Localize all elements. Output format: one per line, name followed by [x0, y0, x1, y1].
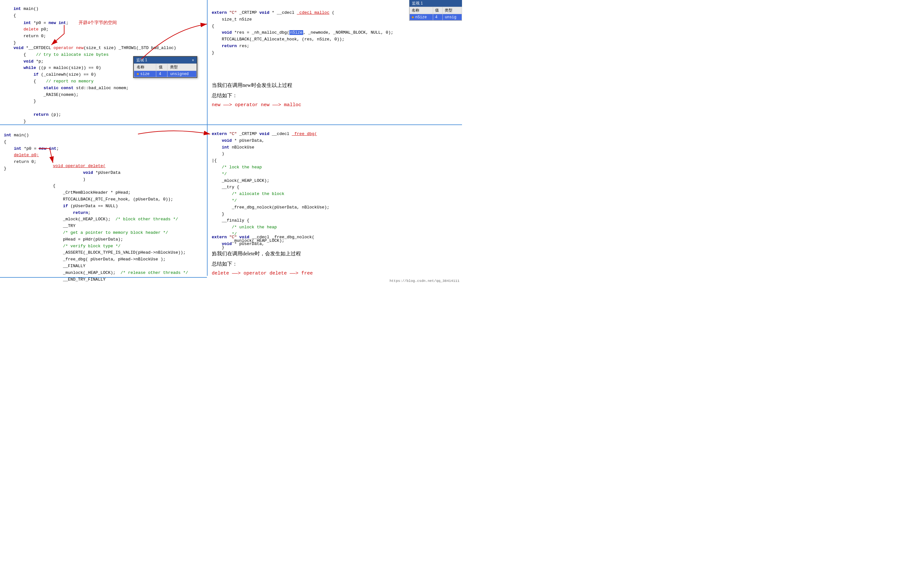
top-summary: 当我们在调用new时会发生以上过程 总结如下： new ——> operator…	[212, 80, 301, 108]
code-line: int nBlockUse	[212, 144, 329, 151]
col-name: 名称	[134, 64, 156, 71]
code-line: return res;	[212, 43, 393, 50]
watch-type: unsig	[443, 14, 462, 21]
code-line: /* verify block type */	[53, 243, 188, 250]
code-line: size_t nSize	[212, 16, 393, 23]
code-line: __try {	[212, 184, 329, 191]
code-line: { // report no memory	[14, 78, 176, 85]
watch-panel-top: 监视 1 名称 值 类型 ◆nSize 4 unsig	[409, 0, 462, 21]
top-vdivider	[207, 0, 207, 125]
top-section: int main() { int *p0 = new int; 开辟4个字节的空…	[0, 0, 462, 125]
url-bar: https://blog.csdn.net/qq_38414111	[387, 278, 462, 284]
code-line: _mlock(_HEAP_LOCK);	[212, 178, 329, 184]
watch-col-type: 类型	[443, 7, 462, 14]
summary-line1: 当我们在调用new时会发生以上过程	[212, 80, 301, 90]
code-line: */	[212, 171, 329, 178]
bottom-summary-text: 当我们在调用delete时，会发生如上过程 总结如下：	[212, 249, 313, 269]
code-line: _free_dbg_nolock(pUserData, nBlockUse);	[212, 204, 329, 211]
monitor-row: ◆size 4 unsigned	[134, 71, 197, 77]
code-line: RTCCALLBACK(_RTC_Free_hook, (pUserData, …	[53, 196, 188, 203]
code-line: static const std::bad_alloc nomem;	[14, 85, 176, 92]
code-line: {	[212, 23, 393, 30]
summary-line2: 总结如下：	[212, 90, 301, 101]
monitor-title-1: 监视 1 ×	[134, 57, 197, 63]
bottom-main-code: int main() { int *p0 = new int; delete p…	[4, 132, 59, 172]
code-line: void operator delete(	[53, 163, 188, 170]
code-line: __finally {	[212, 218, 329, 224]
monitor-name: ◆size	[134, 71, 156, 77]
code-line: extern "C" void __cdecl _free_dbg_nolock…	[212, 234, 314, 241]
code-line: void *__CRTDECL operator new(size_t size…	[14, 45, 176, 52]
code-line: return (p);	[14, 112, 176, 118]
code-line: /* lock the heap	[212, 164, 329, 171]
code-line: */	[212, 198, 329, 204]
code-line: }	[14, 118, 176, 125]
code-line: _ASSERTE(_BLOCK_TYPE_IS_VALID(pHead->nBl…	[53, 249, 188, 256]
col-type: 类型	[167, 64, 197, 71]
code-line: |{	[212, 158, 329, 164]
watch-col-value: 值	[433, 7, 443, 14]
code-line: {	[4, 139, 59, 146]
code-line: }	[212, 50, 393, 57]
operator-delete-code: void operator delete( void *pUserData ) …	[53, 163, 188, 283]
top-summary-flow: new ——> operator new ——> malloc	[212, 102, 301, 108]
code-line: extern "C" _CRTIMP void __cdecl _free_db…	[212, 131, 329, 138]
bottom-summary: 当我们在调用delete时，会发生如上过程 总结如下： delete ——> o…	[212, 249, 313, 276]
code-line: _free_dbg( pUserData, pHead->nBlockUse )…	[53, 256, 188, 263]
code-line: {	[53, 183, 188, 189]
code-line: /* unlock the heap	[212, 224, 329, 231]
code-line: RTCCALLBACK(_RTC_Allocate_hook, (res, nS…	[212, 36, 393, 43]
code-line: int *p0 = new int;	[4, 146, 59, 152]
code-line: _munlock(_HEAP_LOCK); /* release other t…	[53, 270, 188, 276]
free-dbg-nolock-code: extern "C" void __cdecl _free_dbg_nolock…	[212, 234, 314, 248]
code-line: void * pUserData,	[212, 241, 314, 248]
code-line: int main()	[14, 6, 117, 12]
code-line: int main()	[4, 132, 59, 139]
code-line: void * pUserData,	[212, 138, 329, 144]
monitor-value: 4	[156, 71, 167, 77]
code-line	[14, 105, 176, 112]
watch-col-name: 名称	[410, 7, 433, 14]
monitor-type: unsigned	[167, 71, 197, 77]
bottom-border-line	[0, 277, 207, 278]
code-line: int *p0 = new int; 开辟4个字节的空间	[14, 19, 117, 27]
monitor-table-1: 名称 值 类型 ◆size 4 unsigned	[134, 63, 197, 77]
code-line: }	[212, 211, 329, 218]
code-line: }	[14, 98, 176, 105]
code-line: __TRY	[53, 223, 188, 230]
watch-value: 4	[433, 14, 443, 21]
annotation-new: 开辟4个字节的空间	[79, 20, 117, 25]
top-summary-text: 当我们在调用new时会发生以上过程 总结如下：	[212, 80, 301, 101]
monitor-panel-1: 监视 1 × 名称 值 类型 ◆size 4 unsigned	[133, 56, 197, 78]
watch-name: ◆nSize	[410, 14, 433, 21]
code-line: return 0;	[14, 33, 117, 40]
code-line: /* get a pointer to memory block header …	[53, 230, 188, 236]
watch-table: 名称 值 类型 ◆nSize 4 unsig	[409, 7, 462, 21]
watch-row: ◆nSize 4 unsig	[410, 14, 462, 21]
malloc-code: extern "C" _CRTIMP void * __cdecl _cdecl…	[212, 10, 393, 57]
code-line: )	[53, 176, 188, 183]
code-line: {	[14, 12, 117, 19]
code-line: void *pUserData	[53, 170, 188, 176]
monitor-icon: ◆	[137, 72, 139, 76]
code-line: delete p0;	[4, 152, 59, 159]
bottom-section: int main() { int *p0 = new int; delete p…	[0, 125, 462, 284]
code-line: _CrtMemBlockHeader * pHead;	[53, 189, 188, 196]
code-line: return 0;	[4, 159, 59, 165]
code-line: return;	[53, 210, 188, 216]
bottom-summary-line1: 当我们在调用delete时，会发生如上过程	[212, 249, 313, 259]
page-container: int main() { int *p0 = new int; 开辟4个字节的空…	[0, 0, 462, 284]
code-line: )	[212, 151, 329, 158]
code-line: /* allocate the block	[212, 191, 329, 198]
code-line: __FINALLY	[53, 263, 188, 270]
code-line: if (pUserData == NULL)	[53, 203, 188, 210]
code-line: pHead = pHdr(pUserData);	[53, 236, 188, 243]
code-line: void *res = _nh_malloc_dbg(nSize, _newmo…	[212, 30, 393, 36]
top-main-code: int main() { int *p0 = new int; 开辟4个字节的空…	[14, 6, 117, 46]
code-line: delete p0;	[14, 26, 117, 33]
bottom-vdivider	[207, 125, 207, 276]
code-line: extern "C" _CRTIMP void * __cdecl _cdecl…	[212, 10, 393, 16]
col-value: 值	[156, 64, 167, 71]
code-line: _RAISE(nomem);	[14, 92, 176, 99]
code-line: _mlock(_HEAP_LOCK); /* block other threa…	[53, 216, 188, 223]
